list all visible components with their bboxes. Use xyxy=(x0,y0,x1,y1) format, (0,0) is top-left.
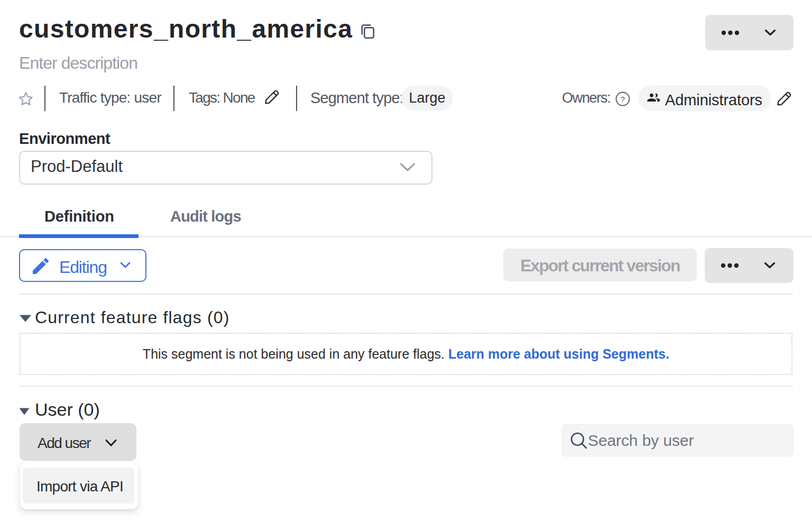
svg-text:?: ? xyxy=(621,95,625,104)
